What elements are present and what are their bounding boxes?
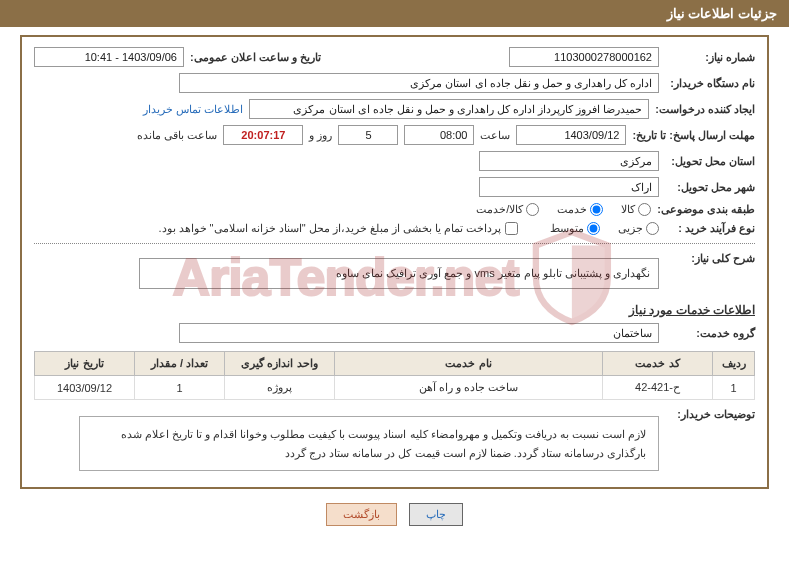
category-goods-service-option[interactable]: کالا/خدمت: [476, 203, 539, 216]
button-row: چاپ بازگشت: [0, 503, 789, 526]
announce-label: تاریخ و ساعت اعلان عمومی:: [190, 51, 321, 64]
buyer-org-label: نام دستگاه خریدار:: [665, 77, 755, 90]
payment-note-text: پرداخت تمام یا بخشی از مبلغ خرید،از محل …: [158, 222, 501, 235]
th-date: تاریخ نیاز: [35, 352, 135, 376]
requester-value: حمیدرضا افروز کارپرداز اداره کل راهداری …: [249, 99, 649, 119]
category-service-radio[interactable]: [590, 203, 603, 216]
panel-title: جزئیات اطلاعات نیاز: [667, 6, 777, 21]
th-name: نام خدمت: [335, 352, 603, 376]
cell-date: 1403/09/12: [35, 376, 135, 400]
delivery-city-label: شهر محل تحویل:: [665, 181, 755, 194]
back-button[interactable]: بازگشت: [326, 503, 397, 526]
deadline-time-value: 08:00: [404, 125, 474, 145]
buyer-org-value: اداره کل راهداری و حمل و نقل جاده ای است…: [179, 73, 659, 93]
delivery-province-label: استان محل تحویل:: [665, 155, 755, 168]
table-row: 1 ح-421-42 ساخت جاده و راه آهن پروژه 1 1…: [35, 376, 755, 400]
th-code: کد خدمت: [603, 352, 713, 376]
process-label: نوع فرآیند خرید :: [665, 222, 755, 235]
announce-value: 1403/09/06 - 10:41: [34, 47, 184, 67]
buyer-notes-value: لازم است نسبت به دریافت وتکمیل و مهروامض…: [79, 416, 659, 471]
requester-label: ایجاد کننده درخواست:: [655, 103, 755, 116]
time-label: ساعت: [480, 129, 510, 142]
th-row: ردیف: [713, 352, 755, 376]
need-no-label: شماره نیاز:: [665, 51, 755, 64]
services-table: ردیف کد خدمت نام خدمت واحد اندازه گیری ت…: [34, 351, 755, 400]
service-group-value: ساختمان: [179, 323, 659, 343]
process-medium-radio[interactable]: [587, 222, 600, 235]
th-qty: تعداد / مقدار: [135, 352, 225, 376]
general-desc-value: نگهداری و پشتیبانی تابلو پیام متغیر vms …: [139, 258, 659, 289]
payment-checkbox[interactable]: [505, 222, 518, 235]
process-radio-group: جزیی متوسط: [550, 222, 659, 235]
service-group-label: گروه خدمت:: [665, 327, 755, 340]
deadline-label: مهلت ارسال پاسخ: تا تاریخ:: [632, 129, 755, 142]
category-service-option[interactable]: خدمت: [557, 203, 603, 216]
main-panel: شماره نیاز: 1103000278000162 تاریخ و ساع…: [20, 35, 769, 489]
process-minor-radio[interactable]: [646, 222, 659, 235]
category-goods-option[interactable]: کالا: [621, 203, 651, 216]
print-button[interactable]: چاپ: [409, 503, 463, 526]
delivery-city-value: اراک: [479, 177, 659, 197]
remaining-suffix: ساعت باقی مانده: [137, 129, 217, 142]
cell-qty: 1: [135, 376, 225, 400]
deadline-date-value: 1403/09/12: [516, 125, 626, 145]
cell-code: ح-421-42: [603, 376, 713, 400]
cell-name: ساخت جاده و راه آهن: [335, 376, 603, 400]
process-medium-option[interactable]: متوسط: [550, 222, 600, 235]
cell-row: 1: [713, 376, 755, 400]
buyer-notes-label: توضیحات خریدار:: [665, 408, 755, 421]
countdown-value: 20:07:17: [223, 125, 303, 145]
buyer-contact-link[interactable]: اطلاعات تماس خریدار: [143, 103, 243, 116]
need-no-value: 1103000278000162: [509, 47, 659, 67]
divider: [34, 243, 755, 244]
category-goods-service-radio[interactable]: [526, 203, 539, 216]
general-desc-label: شرح کلی نیاز:: [665, 252, 755, 265]
payment-note-row: پرداخت تمام یا بخشی از مبلغ خرید،از محل …: [158, 222, 518, 235]
days-conj: روز و: [309, 129, 332, 142]
cell-unit: پروژه: [225, 376, 335, 400]
panel-header: جزئیات اطلاعات نیاز: [0, 0, 789, 27]
category-goods-radio[interactable]: [638, 203, 651, 216]
services-table-wrap: ردیف کد خدمت نام خدمت واحد اندازه گیری ت…: [34, 351, 755, 400]
th-unit: واحد اندازه گیری: [225, 352, 335, 376]
delivery-province-value: مرکزی: [479, 151, 659, 171]
category-radio-group: کالا خدمت کالا/خدمت: [476, 203, 651, 216]
category-label: طبقه بندی موضوعی:: [657, 203, 755, 216]
services-info-title: اطلاعات خدمات مورد نیاز: [34, 303, 755, 317]
days-remaining-value: 5: [338, 125, 398, 145]
process-minor-option[interactable]: جزیی: [618, 222, 659, 235]
